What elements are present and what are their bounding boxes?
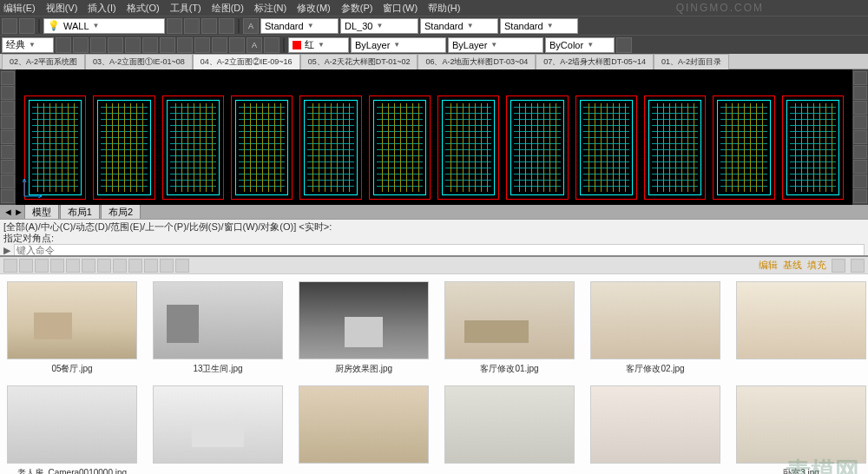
menu-draw[interactable]: 绘图(D) [212,2,244,15]
draw-tool[interactable] [1,130,15,144]
document-tab[interactable]: 01、A-2封面目录 [654,54,729,69]
draw-tool[interactable] [1,160,15,174]
menu-edit[interactable]: 编辑(E) [3,2,36,15]
tool-btn[interactable] [212,37,227,53]
tool-btn[interactable] [177,37,193,53]
tool-btn[interactable]: A [247,37,262,53]
lineweight-dropdown[interactable]: ByLayer ▼ [448,37,543,53]
browser-tool[interactable] [82,259,95,273]
draw-tool[interactable] [1,71,15,85]
thumbnail-item[interactable] [736,281,866,375]
draw-tool[interactable] [1,115,15,129]
browser-tool[interactable] [113,259,127,273]
thumbnail-item[interactable] [299,385,429,474]
modify-tool[interactable] [853,130,867,144]
tool-btn[interactable] [19,18,35,34]
document-tab[interactable]: 07、A-2墙身大样图DT-05~14 [536,54,654,69]
thumbnail-item[interactable] [153,385,283,474]
mleader-dropdown[interactable]: Standard ▼ [500,18,578,34]
tool-btn[interactable] [160,37,175,53]
textstyle-dropdown[interactable]: Standard ▼ [260,18,339,34]
layout-nav-icon[interactable]: ► [14,207,23,217]
browser-tool[interactable] [3,259,17,273]
layout-nav-icon[interactable]: ◄ [3,207,13,217]
tool-btn[interactable] [194,37,210,53]
tool-btn[interactable] [73,37,89,53]
color-dropdown[interactable]: 红 ▼ [288,37,349,53]
thumbnail-item[interactable]: 卧室3.jpg [736,385,866,474]
thumbnail-item[interactable]: 老人房_Camera0010000.jpg [7,385,137,474]
layout-tab-1[interactable]: 布局1 [60,204,100,221]
tool-btn[interactable] [201,18,217,34]
browser-tool[interactable] [175,259,189,273]
browser-tool[interactable] [128,259,142,273]
menu-view[interactable]: 视图(V) [46,2,78,15]
browser-tool[interactable] [19,259,33,273]
label-edit[interactable]: 编辑 [759,259,778,273]
draw-tool[interactable] [1,189,15,203]
document-tab[interactable]: 02、A-2平面系统图 [2,54,85,69]
tool-btn[interactable] [184,18,200,34]
browser-tool[interactable] [832,259,845,273]
linetype-dropdown[interactable]: ByLayer ▼ [351,37,446,53]
layout-tab-2[interactable]: 布局2 [101,204,141,221]
thumbnail-item[interactable] [444,385,575,474]
menu-insert[interactable]: 插入(I) [88,2,115,15]
menu-window[interactable]: 窗口(W) [383,2,418,15]
thumbnail-item[interactable]: 厨房效果图.jpg [299,281,429,375]
thumbnail-item[interactable]: 13卫生间.jpg [153,281,283,375]
layer-dropdown[interactable]: 💡 WALL ▼ [43,18,165,34]
draw-tool[interactable] [1,174,15,188]
tool-btn[interactable] [125,37,141,53]
tool-btn[interactable] [167,18,182,34]
draw-tool[interactable] [1,145,15,159]
tool-btn[interactable] [616,37,632,53]
tool-btn[interactable] [142,37,158,53]
menu-tools[interactable]: 工具(T) [170,2,201,15]
layout-tab-model[interactable]: 模型 [24,204,59,221]
workspace-dropdown[interactable]: 经典 ▼ [2,37,54,53]
tool-btn[interactable] [90,37,106,53]
draw-tool[interactable] [1,86,15,100]
tool-btn[interactable] [56,37,71,53]
document-tab[interactable]: 03、A-2立面图①IE-01~08 [85,54,193,69]
thumbnail-item[interactable] [590,385,720,474]
menu-parametric[interactable]: 参数(P) [341,2,373,15]
menu-help[interactable]: 帮助(H) [428,2,460,15]
tool-btn[interactable] [2,18,17,34]
document-tab[interactable]: 06、A-2地面大样图DT-03~04 [418,54,536,69]
menu-modify[interactable]: 修改(M) [297,2,331,15]
document-tab[interactable]: 05、A-2天花大样图DT-01~02 [300,54,418,69]
label-baseline[interactable]: 基线 [783,259,802,273]
modify-tool[interactable] [853,115,867,129]
modify-tool[interactable] [853,86,867,100]
tool-btn[interactable] [264,37,279,53]
menu-dimension[interactable]: 标注(N) [254,2,286,15]
thumbnail-item[interactable]: 05餐厅.jpg [7,281,137,375]
command-input[interactable] [14,244,865,256]
drawing-canvas[interactable] [16,69,852,205]
thumbnails-area[interactable]: 05餐厅.jpg13卫生间.jpg厨房效果图.jpg客厅修改01.jpg客厅修改… [0,274,868,474]
browser-tool[interactable] [851,259,865,273]
browser-tool[interactable] [35,259,49,273]
modify-tool[interactable] [853,101,867,115]
modify-tool[interactable] [853,145,867,159]
browser-tool[interactable] [144,259,158,273]
tool-btn[interactable] [229,37,245,53]
menu-format[interactable]: 格式(O) [127,2,160,15]
browser-tool[interactable] [97,259,111,273]
plotstyle-dropdown[interactable]: ByColor ▼ [545,37,615,53]
tool-btn[interactable] [219,18,234,34]
tool-btn[interactable]: A [243,18,259,34]
label-fill[interactable]: 填充 [807,259,826,273]
tool-btn[interactable] [108,37,123,53]
thumbnail-item[interactable]: 客厅修改02.jpg [590,281,720,375]
browser-tool[interactable] [160,259,174,273]
modify-tool[interactable] [853,71,867,85]
dimstyle-dropdown[interactable]: DL_30 ▼ [340,18,418,34]
draw-tool[interactable] [1,101,15,115]
document-tab[interactable]: 04、A-2立面图②IE-09~16 [193,54,300,69]
modify-tool[interactable] [853,189,867,203]
browser-tool[interactable] [50,259,64,273]
browser-tool[interactable] [66,259,80,273]
